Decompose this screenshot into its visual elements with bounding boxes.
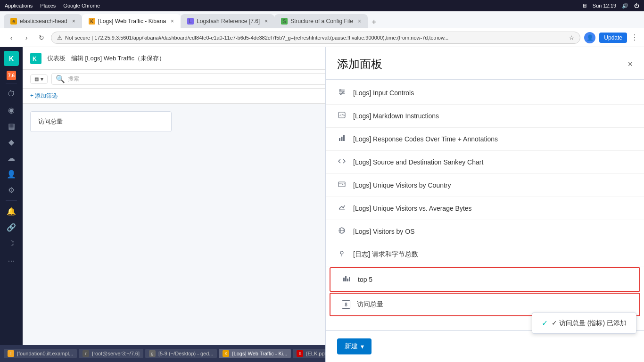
sliders-icon: [337, 88, 347, 98]
add-panel-title: 添加面板: [337, 57, 382, 72]
search-placeholder: 搜索: [68, 75, 79, 83]
panel-item-5[interactable]: [Logs] Unique Visitors by Country: [326, 174, 644, 197]
toast-check-icon: ✓: [542, 319, 548, 328]
os-applications-menu[interactable]: Applications: [5, 3, 33, 8]
visits-panel-card: 访问总量: [30, 111, 172, 132]
tab1-close[interactable]: ×: [72, 18, 75, 25]
svg-rect-11: [341, 137, 343, 141]
panel-item-2-label: [Logs] Markdown Instructions: [353, 112, 439, 120]
panel-item-9-label: top 5: [358, 276, 372, 283]
panel-item-1[interactable]: [Logs] Input Controls: [326, 82, 644, 105]
svg-point-7: [340, 93, 342, 95]
taskbar-item-1-icon: f: [8, 350, 14, 357]
tab3-close[interactable]: ×: [264, 18, 268, 25]
add-filter-link[interactable]: + 添加筛选: [30, 92, 58, 100]
browser-tab-2[interactable]: K [Logs] Web Traffic - Kibana ×: [82, 14, 181, 28]
sidebar-icon-alert[interactable]: 🔔: [4, 204, 19, 219]
filter-chip-icon: ▦: [34, 76, 39, 82]
security-icon: ⚠: [57, 34, 62, 41]
forward-button[interactable]: ›: [21, 32, 32, 43]
globe-icon: [337, 227, 347, 236]
sidebar-icon-user[interactable]: 👤: [4, 166, 19, 181]
os-time: Sun 12:19: [593, 3, 616, 8]
taskbar-item-1-label: [foundation0.ilt.exampl...: [17, 351, 73, 356]
kibana-version-badge: 7.6: [7, 71, 16, 80]
taskbar-item-5-icon: E: [297, 350, 303, 357]
taskbar-item-3[interactable]: g [5-9 (~/Desktop) - ged...: [145, 349, 217, 358]
map-icon: [337, 181, 347, 190]
panel-item-1-label: [Logs] Input Controls: [353, 89, 414, 97]
new-panel-dropdown-icon: ▾: [361, 343, 364, 350]
visits-panel-title: 访问总量: [38, 117, 164, 126]
panel-item-8[interactable]: [日志] 请求和字节总数: [326, 243, 644, 266]
browser-tab-4[interactable]: S Structure of a Config File ×: [274, 14, 368, 28]
code-icon: [337, 157, 347, 167]
taskbar-item-1[interactable]: f [foundation0.ilt.exampl...: [4, 349, 77, 358]
panel-item-9[interactable]: top 5: [330, 267, 640, 292]
os-browser-menu[interactable]: Google Chrome: [63, 3, 100, 8]
sidebar-icon-visualize[interactable]: ▦: [4, 118, 19, 133]
os-sound-icon: 🔊: [622, 3, 628, 9]
svg-rect-22: [347, 279, 348, 281]
tab2-close[interactable]: ×: [171, 18, 174, 25]
address-bar[interactable]: ⚠ Not secure | 172.25.9.3:5601/app/kiban…: [51, 32, 580, 44]
panel-item-6[interactable]: [Logs] Unique Visitors vs. Average Bytes: [326, 197, 644, 220]
back-button[interactable]: ‹: [6, 32, 17, 43]
os-top-bar: Applications Places Google Chrome 🖥 Sun …: [0, 0, 644, 11]
filter-chip-label: ▾: [41, 76, 43, 82]
filter-chip[interactable]: ▦ ▾: [30, 74, 48, 84]
panel-list: [Logs] Input Controls </> [Logs] Markdow…: [326, 80, 644, 330]
svg-rect-12: [343, 135, 345, 141]
panel-item-4[interactable]: [Logs] Source and Destination Sankey Cha…: [326, 151, 644, 174]
panel-item-4-label: [Logs] Source and Destination Sankey Cha…: [353, 158, 483, 166]
sidebar-divider-1: [6, 83, 17, 83]
os-power-icon: ⏻: [634, 3, 639, 8]
taskbar-item-4[interactable]: K [Logs] Web Traffic - Ki...: [219, 349, 291, 358]
svg-rect-10: [339, 138, 340, 141]
browser-tab-3[interactable]: L Logstash Reference [7.6] ×: [181, 14, 274, 28]
panel-item-3[interactable]: [Logs] Response Codes Over Time + Annota…: [326, 128, 644, 151]
browser-menu-button[interactable]: ⋮: [631, 33, 638, 42]
bar-chart-icon: [337, 134, 347, 144]
panel-item-5-label: [Logs] Unique Visitors by Country: [353, 181, 451, 189]
os-places-menu[interactable]: Places: [40, 3, 56, 8]
toast-notification: ✓ ✓ 访问总量 (指标) 已添加: [532, 313, 636, 334]
add-panel-header: 添加面板 ×: [326, 47, 644, 80]
bookmark-icon[interactable]: ☆: [569, 34, 574, 41]
update-button[interactable]: Update: [599, 33, 627, 43]
svg-point-18: [340, 251, 343, 254]
sidebar-icon-link[interactable]: 🔗: [4, 220, 19, 235]
browser-nav-bar: ‹ › ↻ ⚠ Not secure | 172.25.9.3:5601/app…: [0, 28, 644, 47]
line-chart-icon: [337, 204, 347, 213]
kibana-logo: K: [4, 51, 19, 66]
browser-tab-1[interactable]: e elasticsearch-head ×: [4, 14, 82, 28]
panel-item-7[interactable]: [Logs] Visitors by OS: [326, 220, 644, 243]
add-panel-footer: 新建 ▾: [326, 330, 644, 362]
markdown-icon: </>: [337, 111, 347, 121]
profile-icon[interactable]: 👤: [584, 32, 595, 43]
close-panel-button[interactable]: ×: [627, 60, 633, 68]
sidebar-icon-clock[interactable]: ⏱: [4, 86, 19, 101]
taskbar-item-2[interactable]: r [root@server3:~/7.6]: [79, 349, 143, 358]
sidebar-divider-2: [6, 200, 17, 201]
sidebar-icon-canvas[interactable]: ☁: [4, 150, 19, 165]
browser-tab-bar: e elasticsearch-head × K [Logs] Web Traf…: [0, 11, 644, 28]
panel-item-2[interactable]: </> [Logs] Markdown Instructions: [326, 105, 644, 128]
pin-icon: [337, 250, 347, 259]
svg-rect-23: [349, 277, 350, 281]
new-panel-button[interactable]: 新建 ▾: [337, 338, 372, 354]
sidebar-icon-moon[interactable]: ☽: [4, 236, 19, 251]
bar-chart2-icon: [342, 275, 351, 284]
tab4-close[interactable]: ×: [358, 18, 361, 25]
sidebar-icon-settings[interactable]: ⚙: [4, 182, 19, 197]
new-tab-button[interactable]: +: [368, 16, 380, 28]
sidebar-icon-dashboard[interactable]: ◆: [4, 134, 19, 149]
tab4-label: Structure of a Config File: [290, 18, 353, 25]
sidebar-icon-discover[interactable]: ◉: [4, 102, 19, 117]
svg-point-5: [340, 90, 341, 91]
svg-rect-21: [345, 276, 347, 281]
sidebar-icon-more[interactable]: …: [4, 252, 19, 267]
refresh-button[interactable]: ↻: [36, 32, 47, 43]
app-sidebar: K 7.6 ⏱ ◉ ▦ ◆ ☁ 👤 ⚙ 🔔 🔗 ☽ …: [0, 47, 23, 362]
toast-message: ✓ 访问总量 (指标) 已添加: [552, 319, 627, 328]
